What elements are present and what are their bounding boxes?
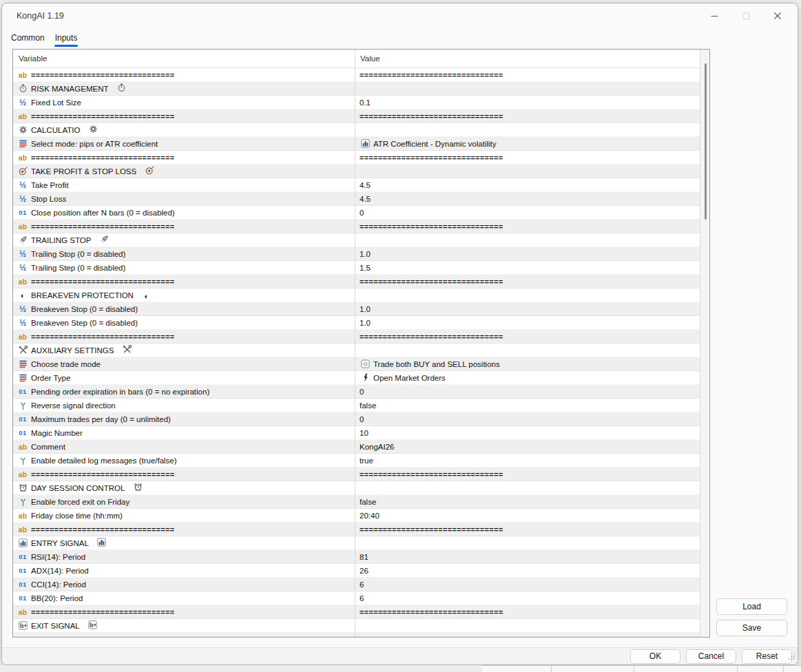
table-row[interactable]: ab======================================… bbox=[13, 68, 700, 82]
table-row[interactable]: Enable forced exit on Fridayfalse bbox=[13, 495, 700, 509]
table-row[interactable]: ◐BREAKEVEN PROTECTION◐ bbox=[13, 288, 700, 302]
table-row[interactable]: ½Breakeven Stop (0 = disabled)1.0 bbox=[13, 302, 700, 316]
integer-icon: 01 bbox=[17, 387, 28, 397]
gear-icon bbox=[17, 125, 28, 135]
vertical-scrollbar[interactable] bbox=[700, 50, 709, 637]
table-row[interactable]: 01ADX(14): Period26 bbox=[13, 564, 700, 578]
row-value[interactable]: 0 bbox=[360, 209, 364, 217]
row-value[interactable]: 6 bbox=[360, 580, 364, 589]
table-row[interactable]: ab======================================… bbox=[13, 220, 700, 233]
table-row[interactable]: 01Magic Number10 bbox=[13, 426, 700, 440]
row-value[interactable]: 1.5 bbox=[360, 264, 371, 272]
row-value[interactable]: 20:40 bbox=[360, 512, 379, 520]
table-rows: ab======================================… bbox=[13, 68, 700, 638]
section-label: AUXILIARY SETTINGS bbox=[31, 346, 114, 355]
row-value[interactable]: false bbox=[360, 401, 376, 410]
ab-icon: ab bbox=[17, 153, 28, 162]
table-row[interactable]: DAY SESSION CONTROL bbox=[13, 481, 700, 495]
table-row[interactable]: 01RSI(14): Period81 bbox=[13, 550, 700, 564]
row-value[interactable]: 0 bbox=[360, 388, 364, 396]
ab-icon: ab bbox=[17, 635, 28, 638]
row-label: Trailing Stop (0 = disabled) bbox=[31, 250, 125, 258]
save-button[interactable]: Save bbox=[716, 620, 787, 636]
row-value[interactable]: KongAI26 bbox=[360, 443, 395, 451]
separator-text: =============================== bbox=[31, 154, 174, 162]
ab-icon: ab bbox=[17, 332, 28, 342]
table-row[interactable]: ab======================================… bbox=[13, 468, 700, 481]
row-label: Magic Number bbox=[31, 429, 83, 437]
table-row[interactable]: ab======================================… bbox=[13, 605, 700, 619]
table-row[interactable]: ab======================================… bbox=[13, 151, 700, 165]
table-row[interactable]: ½Trailing Stop (0 = disabled)1.0 bbox=[13, 247, 700, 261]
column-header-value: Value bbox=[355, 54, 709, 63]
row-value[interactable]: ATR Coefficient - Dynamic volatility bbox=[373, 140, 497, 148]
cancel-button[interactable]: Cancel bbox=[686, 649, 736, 664]
row-value[interactable]: 4.5 bbox=[360, 195, 371, 203]
load-button[interactable]: Load bbox=[716, 598, 787, 615]
separator-text: =============================== bbox=[360, 112, 503, 120]
ab-icon: ab bbox=[17, 442, 28, 452]
table-row[interactable]: Choose trade modeGTrade both BUY and SEL… bbox=[13, 357, 700, 371]
maximize-button[interactable] bbox=[730, 6, 762, 25]
row-value[interactable]: 10 bbox=[360, 429, 368, 437]
tab-inputs[interactable]: Inputs bbox=[54, 32, 79, 48]
table-row[interactable]: EXIT SIGNAL bbox=[13, 619, 700, 633]
row-value[interactable]: true bbox=[360, 456, 373, 465]
row-value[interactable]: 0.1 bbox=[360, 98, 371, 107]
table-row[interactable]: Reverse signal directionfalse bbox=[13, 399, 700, 412]
row-value[interactable]: 4.5 bbox=[360, 181, 371, 189]
table-row[interactable]: 01BB(20): Period6 bbox=[13, 591, 700, 605]
resize-grip-icon[interactable] bbox=[787, 651, 795, 663]
table-row[interactable]: 01CCI(14): Period6 bbox=[13, 578, 700, 591]
table-row[interactable]: ½Take Profit4.5 bbox=[13, 178, 700, 192]
ab-icon: ab bbox=[17, 70, 28, 80]
table-row[interactable]: ab======================================… bbox=[13, 523, 700, 536]
table-row[interactable]: abFriday close time (hh:mm)20:40 bbox=[13, 509, 700, 523]
row-value[interactable]: 81 bbox=[360, 553, 368, 561]
row-value[interactable]: 0 bbox=[360, 415, 364, 423]
row-value[interactable]: false bbox=[360, 498, 376, 506]
close-button[interactable] bbox=[762, 6, 793, 25]
table-row[interactable]: ab======================================… bbox=[13, 330, 700, 344]
table-row[interactable]: ENTRY SIGNAL bbox=[13, 536, 700, 550]
table-row[interactable]: Enable detailed log messages (true/false… bbox=[13, 454, 700, 468]
table-row[interactable]: ½Breakeven Step (0 = disabled)1.0 bbox=[13, 316, 700, 330]
section-label: TRAILING STOP bbox=[31, 236, 91, 244]
row-label: Stop Loss bbox=[31, 195, 66, 203]
table-row[interactable]: ab======================================… bbox=[13, 275, 700, 288]
table-row[interactable]: TRAILING STOP bbox=[13, 233, 700, 247]
row-value[interactable]: 6 bbox=[360, 594, 364, 602]
table-row[interactable]: CALCULATIO bbox=[13, 123, 700, 137]
table-row[interactable]: RISK MANAGEMENT bbox=[13, 82, 700, 96]
table-row[interactable]: ½Stop Loss4.5 bbox=[13, 192, 700, 206]
table-row[interactable]: abCommentKongAI26 bbox=[13, 440, 700, 454]
row-value[interactable]: 1.0 bbox=[360, 250, 371, 258]
table-row[interactable]: 01Maximum trades per day (0 = unlimited)… bbox=[13, 412, 700, 426]
table-row[interactable]: ½Fixed Lot Size0.1 bbox=[13, 96, 700, 109]
table-row[interactable]: ab======================================… bbox=[13, 109, 700, 123]
separator-text: =============================== bbox=[360, 608, 503, 616]
table-row[interactable]: TAKE PROFIT & STOP LOSS bbox=[13, 165, 700, 178]
minimize-button[interactable] bbox=[698, 6, 730, 25]
table-row[interactable]: Order TypeOpen Market Orders bbox=[13, 371, 700, 385]
scrollbar-thumb[interactable] bbox=[705, 63, 707, 220]
row-value[interactable]: 1.0 bbox=[360, 305, 371, 313]
side-buttons: LoadSave bbox=[716, 598, 787, 641]
row-value[interactable]: 26 bbox=[360, 567, 368, 575]
row-label: CCI(14): Period bbox=[31, 580, 86, 589]
table-row[interactable]: Select mode: pips or ATR coefficientATR … bbox=[13, 137, 700, 151]
row-value[interactable]: Open Market Orders bbox=[373, 374, 446, 382]
table-row[interactable]: 01Close position after N bars (0 = disab… bbox=[13, 206, 700, 220]
table-row[interactable]: ½Trailing Step (0 = disabled)1.5 bbox=[13, 261, 700, 275]
row-value[interactable]: 1.0 bbox=[360, 319, 371, 327]
alarm-icon bbox=[132, 482, 143, 492]
ok-button[interactable]: OK bbox=[630, 649, 680, 664]
table-row[interactable]: ab======================================… bbox=[13, 633, 700, 638]
integer-icon: 01 bbox=[17, 428, 28, 438]
table-row[interactable]: 01Pending order expiration in bars (0 = … bbox=[13, 385, 700, 399]
table-row[interactable]: AUXILIARY SETTINGS bbox=[13, 344, 700, 357]
row-label: Order Type bbox=[31, 374, 70, 382]
tab-common[interactable]: Common bbox=[10, 32, 46, 48]
row-value[interactable]: Trade both BUY and SELL positions bbox=[373, 360, 500, 368]
reset-button[interactable]: Reset bbox=[742, 649, 792, 664]
